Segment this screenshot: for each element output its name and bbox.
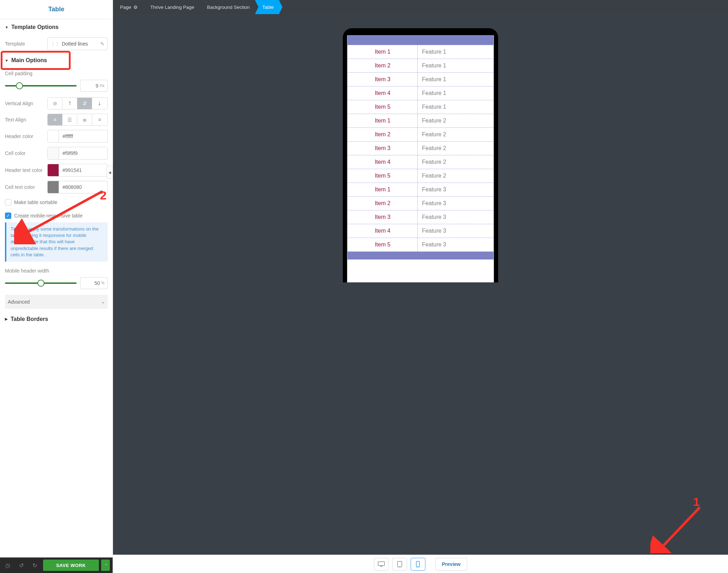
- cell-padding-unit: PX: [100, 84, 105, 88]
- align-bottom-button[interactable]: ⤓: [92, 98, 107, 109]
- preview-table: Item 1Feature 1Item 2Feature 1Item 3Feat…: [347, 45, 494, 252]
- save-button[interactable]: SAVE WORK: [43, 560, 99, 571]
- align-left-button[interactable]: ≡: [48, 114, 62, 125]
- table-cell-feature: Feature 2: [418, 128, 494, 142]
- table-cell-feature: Feature 3: [418, 224, 494, 238]
- sidebar-title: Table: [0, 0, 113, 19]
- align-center-button[interactable]: ☰: [62, 114, 77, 125]
- mobile-width-slider[interactable]: [5, 282, 77, 284]
- desktop-view-button[interactable]: [374, 558, 389, 571]
- breadcrumb: Page⚙Thrive Landing PageBackground Secti…: [113, 0, 728, 14]
- table-row: Item 1Feature 2: [348, 114, 494, 128]
- chevron-down-icon: ⌄: [101, 299, 105, 304]
- table-row: Item 5Feature 2: [348, 169, 494, 183]
- caret-down-icon: ▼: [5, 25, 8, 29]
- section-borders-title: Table Borders: [11, 316, 48, 322]
- annotation-arrow-1: [650, 504, 707, 553]
- align-right-button[interactable]: ≣: [77, 114, 92, 125]
- section-main-options[interactable]: ▼ Main Options: [3, 52, 110, 68]
- section-template-title: Template Options: [11, 24, 59, 30]
- table-row: Item 2Feature 2: [348, 128, 494, 142]
- table-row: Item 4Feature 3: [348, 224, 494, 238]
- section-template-options[interactable]: ▼ Template Options: [3, 19, 110, 35]
- table-cell-feature: Feature 3: [418, 183, 494, 197]
- advanced-label: Advanced: [8, 299, 30, 305]
- header-text-color-label: Header text color: [5, 167, 44, 173]
- svg-line-1: [660, 507, 700, 549]
- collapse-sidebar-button[interactable]: ◀: [107, 166, 113, 179]
- slider-thumb[interactable]: [16, 82, 23, 89]
- header-color-value: #ffffff: [59, 133, 107, 139]
- save-dropdown-button[interactable]: ⌃: [101, 560, 110, 571]
- header-text-color-swatch[interactable]: [48, 164, 59, 176]
- align-top-button[interactable]: ⤒: [62, 98, 77, 109]
- table-cell-feature: Feature 2: [418, 114, 494, 128]
- align-none-button[interactable]: ⊘: [48, 98, 62, 109]
- table-cell-item: Item 1: [348, 114, 418, 128]
- undo-icon[interactable]: ↺: [16, 560, 26, 570]
- table-cell-item: Item 4: [348, 224, 418, 238]
- sidebar: Table ▼ Template Options Template ⋮⋮ Dot…: [0, 0, 113, 573]
- redo-icon[interactable]: ↻: [30, 560, 40, 570]
- slider-thumb[interactable]: [37, 280, 44, 287]
- table-cell-feature: Feature 1: [418, 86, 494, 100]
- device-viewport[interactable]: Item 1Feature 1Item 2Feature 1Item 3Feat…: [347, 35, 494, 282]
- cell-color-value: #f9f9f9: [59, 150, 107, 156]
- mobile-width-value: 50: [95, 280, 100, 286]
- device-header-bar: [347, 36, 494, 45]
- align-justify-button[interactable]: ≡: [92, 114, 107, 125]
- bottom-bar: Preview: [113, 555, 728, 573]
- mobile-width-input[interactable]: 50 %: [80, 277, 108, 289]
- cell-color-input[interactable]: #f9f9f9: [47, 147, 108, 160]
- table-cell-item: Item 4: [348, 86, 418, 100]
- main-area: Page⚙Thrive Landing PageBackground Secti…: [113, 0, 728, 573]
- device-footer-bar: [347, 252, 494, 259]
- table-row: Item 2Feature 1: [348, 59, 494, 73]
- sortable-checkbox[interactable]: [5, 199, 11, 205]
- tablet-view-button[interactable]: [392, 558, 407, 571]
- table-cell-item: Item 5: [348, 100, 418, 114]
- gear-icon[interactable]: ⚙: [133, 5, 138, 10]
- cell-text-color-label: Cell text color: [5, 184, 44, 190]
- responsive-checkbox[interactable]: ✓: [5, 213, 11, 219]
- table-cell-item: Item 2: [348, 128, 418, 142]
- template-label: Template: [5, 41, 44, 47]
- cell-text-color-swatch[interactable]: [48, 181, 59, 193]
- cell-padding-input[interactable]: 9 PX: [80, 80, 108, 92]
- pencil-icon[interactable]: ✎: [100, 41, 105, 47]
- sortable-checkbox-row[interactable]: Make table sortable: [3, 196, 110, 209]
- breadcrumb-item[interactable]: Page⚙: [113, 0, 143, 14]
- breadcrumb-item[interactable]: Table: [255, 0, 279, 14]
- align-middle-button[interactable]: ⇵: [77, 98, 92, 109]
- table-cell-feature: Feature 2: [418, 169, 494, 183]
- table-cell-item: Item 2: [348, 59, 418, 73]
- table-row: Item 3Feature 3: [348, 210, 494, 224]
- table-row: Item 2Feature 3: [348, 197, 494, 210]
- header-text-color-input[interactable]: #991541: [47, 164, 108, 177]
- preview-button[interactable]: Preview: [435, 558, 467, 571]
- template-select[interactable]: ⋮⋮ Dotted lines ✎: [47, 37, 108, 50]
- header-color-swatch[interactable]: [48, 130, 59, 142]
- svg-rect-3: [380, 566, 382, 567]
- responsive-checkbox-row[interactable]: ✓ Create mobile-responsive table: [3, 209, 110, 222]
- table-cell-item: Item 1: [348, 45, 418, 59]
- table-cell-feature: Feature 1: [418, 73, 494, 86]
- history-icon[interactable]: ◷: [3, 560, 13, 570]
- table-cell-item: Item 2: [348, 197, 418, 210]
- section-table-borders[interactable]: ▶ Table Borders: [3, 311, 110, 327]
- table-cell-item: Item 3: [348, 210, 418, 224]
- table-cell-item: Item 3: [348, 73, 418, 86]
- cell-text-color-input[interactable]: #808080: [47, 181, 108, 193]
- mobile-view-button[interactable]: [411, 558, 425, 571]
- mobile-device-frame: Item 1Feature 1Item 2Feature 1Item 3Feat…: [343, 28, 498, 282]
- caret-right-icon: ▶: [5, 317, 8, 321]
- header-color-input[interactable]: #ffffff: [47, 130, 108, 143]
- caret-down-icon: ▼: [5, 59, 8, 62]
- breadcrumb-item[interactable]: Thrive Landing Page: [143, 0, 200, 14]
- advanced-toggle[interactable]: Advanced ⌄: [5, 295, 108, 309]
- table-cell-feature: Feature 3: [418, 238, 494, 252]
- cell-padding-slider[interactable]: [5, 85, 77, 86]
- cell-color-swatch[interactable]: [48, 147, 59, 159]
- breadcrumb-item[interactable]: Background Section: [200, 0, 255, 14]
- table-row: Item 3Feature 2: [348, 142, 494, 155]
